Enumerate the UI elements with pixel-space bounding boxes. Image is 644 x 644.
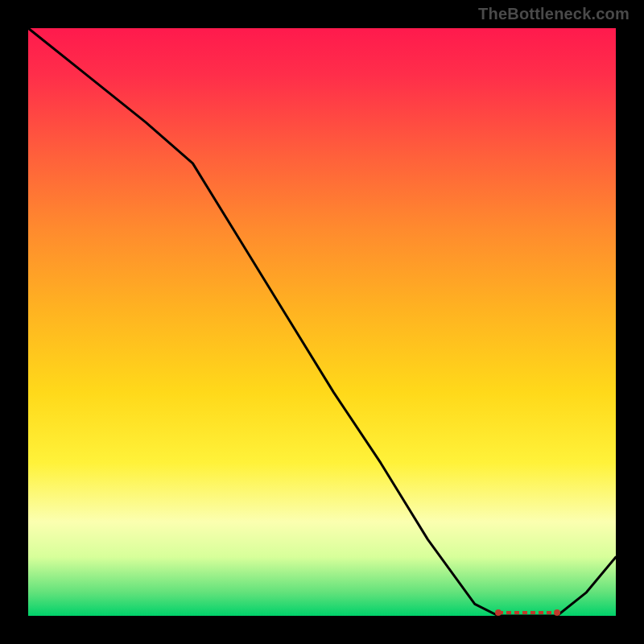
bottleneck-curve [28, 28, 616, 616]
watermark-text: TheBottleneck.com [478, 5, 630, 23]
chart-frame: TheBottleneck.com [0, 0, 644, 644]
optimal-range-start-dot [495, 609, 502, 616]
curve-line [28, 28, 616, 616]
optimal-range-end-dot [554, 609, 560, 616]
plot-area [28, 28, 616, 616]
optimal-range-marker [498, 611, 557, 614]
